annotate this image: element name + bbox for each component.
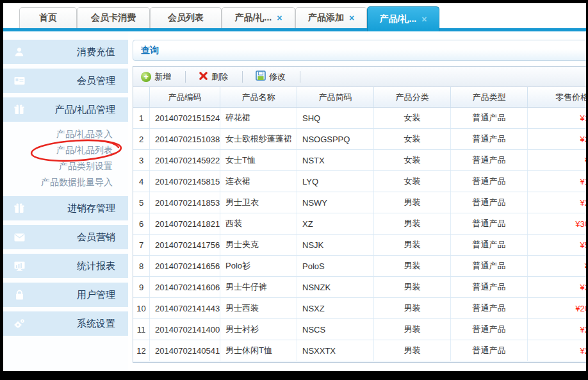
cell-product-code: 20140702151524 xyxy=(150,108,220,128)
cell-product-shortcode: NSWY xyxy=(297,192,374,213)
tab-product-gift-active[interactable]: 产品/礼... × xyxy=(367,6,439,31)
tab-bar: 首页 会员卡消费 会员列表 产品/礼... × 产品添加 × 产品/礼... × xyxy=(3,3,586,31)
add-icon: + xyxy=(141,72,151,82)
row-index: 3 xyxy=(133,150,150,170)
table-row[interactable]: 1 20140702151524 碎花裙 SHQ 女装 普通产品 ¥1 xyxy=(133,108,586,129)
close-icon[interactable]: × xyxy=(421,15,427,24)
cell-product-category: 男装 xyxy=(374,256,451,276)
cell-product-name: 男士西装 xyxy=(220,298,297,318)
row-index: 2 xyxy=(133,129,150,149)
cell-product-type: 普通产品 xyxy=(451,129,528,149)
table-row[interactable]: 5 20140702141853 男士卫衣 NSWY 男装 普通产品 ¥2 xyxy=(133,192,586,213)
toolbar-separator xyxy=(242,71,243,83)
header-product-code[interactable]: 产品编码 xyxy=(150,87,220,107)
header-product-name[interactable]: 产品名称 xyxy=(220,87,297,107)
header-product-type[interactable]: 产品类型 xyxy=(451,87,528,107)
id-card-icon xyxy=(12,76,26,85)
query-panel-header[interactable]: 查询 xyxy=(133,40,586,61)
sidebar-subitem-product-entry[interactable]: 产品/礼品录入 xyxy=(3,126,128,142)
cell-product-category: 男装 xyxy=(374,298,451,318)
row-index: 11 xyxy=(133,319,150,340)
cell-product-category: 男装 xyxy=(374,235,451,255)
cell-product-shortcode: XZ xyxy=(297,213,374,234)
row-index: 5 xyxy=(133,192,150,213)
cell-retail-price: ¥2 xyxy=(528,277,586,297)
edit-button[interactable]: 修改 xyxy=(248,67,295,87)
window-frame: 首页 会员卡消费 会员列表 产品/礼... × 产品添加 × 产品/礼... × xyxy=(0,0,588,380)
table-row[interactable]: 11 20140702141400 男士衬衫 NSCS 男装 普通产品 ¥2 xyxy=(133,319,586,340)
cell-product-code: 20140702145922 xyxy=(150,150,220,170)
table-header-row: 产品编码 产品名称 产品简码 产品分类 产品类型 零售价格 xyxy=(133,87,586,108)
close-icon[interactable]: × xyxy=(349,13,354,22)
cell-product-code: 20140702141756 xyxy=(150,235,220,255)
cell-product-name: 女士欧根纱蓬蓬裙 xyxy=(220,129,297,149)
sidebar-item-consume-recharge[interactable]: 消费充值 xyxy=(3,40,128,64)
delete-button[interactable]: 删除 xyxy=(191,67,237,87)
cell-product-type: 普通产品 xyxy=(451,256,528,276)
cell-product-type: 普通产品 xyxy=(451,150,528,170)
cell-product-type: 普通产品 xyxy=(451,319,528,340)
cell-product-shortcode: NSNZK xyxy=(297,277,374,297)
user-icon xyxy=(12,47,26,57)
cell-product-category: 男装 xyxy=(374,340,451,361)
tab-home[interactable]: 首页 xyxy=(19,7,77,28)
cell-product-name: 男士牛仔裤 xyxy=(220,277,297,297)
cell-retail-price: ¥ xyxy=(528,256,586,276)
table-row[interactable]: 10 20140702141443 男士西装 NSXZ 男装 普通产品 ¥20 xyxy=(133,298,586,319)
table-row[interactable]: 8 20140702141656 Polo衫 PoloS 男装 普通产品 ¥ xyxy=(133,256,586,277)
header-product-category[interactable]: 产品分类 xyxy=(374,87,451,107)
save-icon xyxy=(256,70,266,83)
sidebar-item-inventory-management[interactable]: 进销存管理 xyxy=(3,196,128,220)
tab-product-gift[interactable]: 产品/礼... × xyxy=(222,7,295,28)
sidebar-subitem-product-batch-import[interactable]: 产品数据批量导入 xyxy=(3,174,128,190)
cell-retail-price: ¥30 xyxy=(528,213,586,234)
cell-retail-price: ¥2 xyxy=(528,192,586,213)
sidebar-item-member-management[interactable]: 会员管理 xyxy=(3,69,128,93)
table-body: 1 20140702151524 碎花裙 SHQ 女装 普通产品 ¥1 2 20… xyxy=(133,108,586,361)
table-row[interactable]: 12 20140702140541 男士休闲T恤 NSXXTX 男装 普通产品 … xyxy=(133,340,586,361)
tab-member-card-consume[interactable]: 会员卡消费 xyxy=(77,7,150,28)
cell-product-name: 男士夹克 xyxy=(220,235,297,255)
product-grid-panel: + 新增 删除 xyxy=(133,66,586,363)
cell-product-name: 西装 xyxy=(220,213,297,234)
row-index: 4 xyxy=(133,171,150,192)
cell-product-code: 20140702141606 xyxy=(150,277,220,297)
table-row[interactable]: 6 20140702141821 西装 XZ 男装 普通产品 ¥30 xyxy=(133,213,586,235)
row-index: 1 xyxy=(133,108,150,128)
cell-product-name: Polo衫 xyxy=(220,256,297,276)
tab-product-add[interactable]: 产品添加 × xyxy=(295,7,367,28)
sidebar-item-system-settings[interactable]: 系统设置 xyxy=(3,311,128,336)
tab-member-list[interactable]: 会员列表 xyxy=(150,7,222,28)
table-row[interactable]: 9 20140702141606 男士牛仔裤 NSNZK 男装 普通产品 ¥2 xyxy=(133,277,586,298)
cell-product-shortcode: NSOGSPPQ xyxy=(297,129,374,149)
row-index: 10 xyxy=(133,298,150,318)
close-icon[interactable]: × xyxy=(277,13,282,22)
query-panel-title: 查询 xyxy=(141,45,159,55)
cell-product-code: 20140702141853 xyxy=(150,192,220,213)
mail-icon xyxy=(12,233,26,242)
cell-retail-price: ¥ xyxy=(528,150,586,170)
table-row[interactable]: 7 20140702141756 男士夹克 NSJK 男装 普通产品 ¥5 xyxy=(133,235,586,256)
sidebar-item-member-marketing[interactable]: 会员营销 xyxy=(3,225,128,249)
cell-product-code: 20140702140541 xyxy=(150,340,220,361)
cell-product-category: 女装 xyxy=(374,129,451,149)
chart-icon xyxy=(12,261,26,271)
header-product-shortcode[interactable]: 产品简码 xyxy=(297,87,374,107)
table-row[interactable]: 4 20140702145815 连衣裙 LYQ 女装 普通产品 ¥1 xyxy=(133,171,586,192)
cell-product-code: 20140702141821 xyxy=(150,213,220,234)
sidebar-item-statistics-reports[interactable]: 统计报表 xyxy=(3,254,128,278)
sidebar-item-product-gift-management[interactable]: 产品/礼品管理 xyxy=(3,97,128,122)
sidebar-subitem-product-category[interactable]: 产品类别设置 xyxy=(3,158,128,174)
cell-product-name: 碎花裙 xyxy=(220,108,297,128)
header-retail-price[interactable]: 零售价格 xyxy=(528,87,586,107)
sidebar-subitem-product-list[interactable]: 产品/礼品列表 xyxy=(3,142,128,158)
gift-icon xyxy=(12,104,26,115)
sidebar-item-user-management[interactable]: 用户管理 xyxy=(3,283,128,307)
cell-product-category: 女装 xyxy=(374,150,451,170)
cell-retail-price: ¥2 xyxy=(528,319,586,340)
table-row[interactable]: 2 20140702151038 女士欧根纱蓬蓬裙 NSOGSPPQ 女装 普通… xyxy=(133,129,586,150)
cell-retail-price: ¥2 xyxy=(528,129,586,149)
add-button[interactable]: + 新增 xyxy=(133,67,180,87)
cell-product-shortcode: NSXZ xyxy=(297,298,374,318)
table-row[interactable]: 3 20140702145922 女士T恤 NSTX 女装 普通产品 ¥ xyxy=(133,150,586,171)
